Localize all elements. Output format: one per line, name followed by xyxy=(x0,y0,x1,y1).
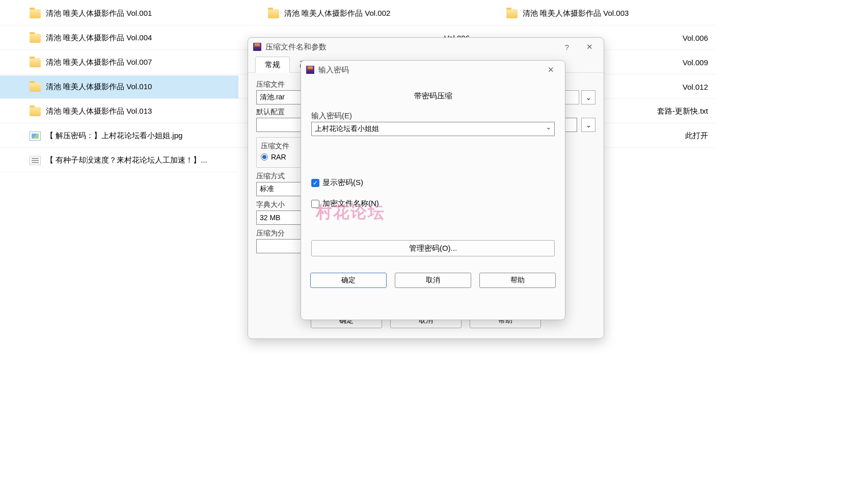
dialog-title: 压缩文件名和参数 xyxy=(265,42,554,52)
image-icon xyxy=(30,131,41,141)
file-name: 清池 唯美人体摄影作品 Vol.013 xyxy=(46,107,152,116)
checkbox-icon xyxy=(311,200,319,208)
titlebar[interactable]: 压缩文件名和参数 ? ✕ xyxy=(248,38,604,56)
manage-passwords-button[interactable]: 管理密码(O)... xyxy=(311,240,555,256)
file-item[interactable]: 清池 唯美人体摄影作品 Vol.007 xyxy=(0,51,238,74)
help-icon[interactable]: ? xyxy=(558,40,576,54)
file-name: 清池 唯美人体摄影作品 Vol.001 xyxy=(46,9,152,18)
text-icon xyxy=(30,156,41,165)
file-name: 套路-更新快.txt xyxy=(657,107,708,116)
file-item-selected[interactable]: 清池 唯美人体摄影作品 Vol.010 xyxy=(0,75,238,99)
checkbox-label: 显示密码(S) xyxy=(322,178,363,188)
show-password-checkbox[interactable]: 显示密码(S) xyxy=(311,178,555,188)
file-item[interactable]: 清池 唯美人体摄影作品 Vol.013 xyxy=(0,100,238,123)
file-name: 清池 唯美人体摄影作品 Vol.002 xyxy=(284,9,390,18)
dialog-body: 带密码压缩 输入密码(E) 显示密码(S) 加密文件名称(N) 管理密码(O).… xyxy=(301,79,565,266)
folder-icon xyxy=(268,9,279,18)
checkbox-label: 加密文件名称(N) xyxy=(322,199,379,208)
folder-icon xyxy=(30,58,41,67)
rar-icon xyxy=(306,66,314,74)
file-name: 清池 唯美人体摄影作品 Vol.004 xyxy=(46,33,152,43)
folder-icon xyxy=(30,107,41,116)
dropdown-button[interactable]: ⌄ xyxy=(581,90,595,104)
cancel-button[interactable]: 取消 xyxy=(395,273,471,288)
close-icon[interactable]: ✕ xyxy=(580,40,599,54)
file-name: Vol.009 xyxy=(683,58,708,67)
file-item[interactable]: 清池 唯美人体摄影作品 Vol.001 xyxy=(0,2,238,25)
file-item[interactable]: 清池 唯美人体摄影作品 Vol.003 xyxy=(477,2,715,25)
ok-button[interactable]: 确定 xyxy=(310,273,387,288)
folder-icon xyxy=(506,9,518,18)
close-icon[interactable]: ✕ xyxy=(541,63,560,77)
file-item[interactable]: 【 有种子却没速度？来村花论坛人工加速！】... xyxy=(0,149,238,172)
folder-icon xyxy=(30,34,41,43)
encrypt-names-checkbox[interactable]: 加密文件名称(N) xyxy=(311,199,555,208)
folder-icon xyxy=(30,9,41,18)
titlebar[interactable]: 输入密码 ✕ xyxy=(301,61,565,79)
rar-icon xyxy=(253,43,261,51)
checkbox-icon xyxy=(311,179,319,187)
dialog-title: 输入密码 xyxy=(318,65,537,75)
dialog-buttons: 确定 取消 帮助 xyxy=(301,266,565,296)
heading: 带密码压缩 xyxy=(311,88,555,104)
file-name: 清池 唯美人体摄影作品 Vol.007 xyxy=(46,58,152,67)
help-button[interactable]: 帮助 xyxy=(479,273,556,288)
tab-general[interactable]: 常规 xyxy=(255,57,290,73)
password-input[interactable] xyxy=(311,122,555,136)
password-label: 输入密码(E) xyxy=(311,111,555,121)
file-name: 【 解压密码：】上村花论坛看小姐姐.jpg xyxy=(46,131,182,141)
dropdown-button[interactable]: ⌄ xyxy=(581,118,595,132)
radio-icon xyxy=(261,153,268,161)
file-name: 此打开 xyxy=(685,131,708,141)
file-name: Vol.006 xyxy=(683,34,708,42)
file-name: Vol.012 xyxy=(683,83,708,91)
file-item[interactable]: 清池 唯美人体摄影作品 Vol.004 xyxy=(0,27,238,50)
file-name: 【 有种子却没速度？来村花论坛人工加速！】... xyxy=(46,155,207,165)
radio-label: RAR xyxy=(271,153,286,161)
file-name: 清池 唯美人体摄影作品 Vol.010 xyxy=(46,82,152,92)
file-item[interactable]: 【 解压密码：】上村花论坛看小姐姐.jpg xyxy=(0,124,238,148)
file-item[interactable]: 清池 唯美人体摄影作品 Vol.002 xyxy=(238,2,477,25)
folder-icon xyxy=(30,83,41,92)
file-name: 清池 唯美人体摄影作品 Vol.003 xyxy=(523,9,629,18)
password-dialog: 输入密码 ✕ 带密码压缩 输入密码(E) 显示密码(S) 加密文件名称(N) 管… xyxy=(301,60,565,320)
